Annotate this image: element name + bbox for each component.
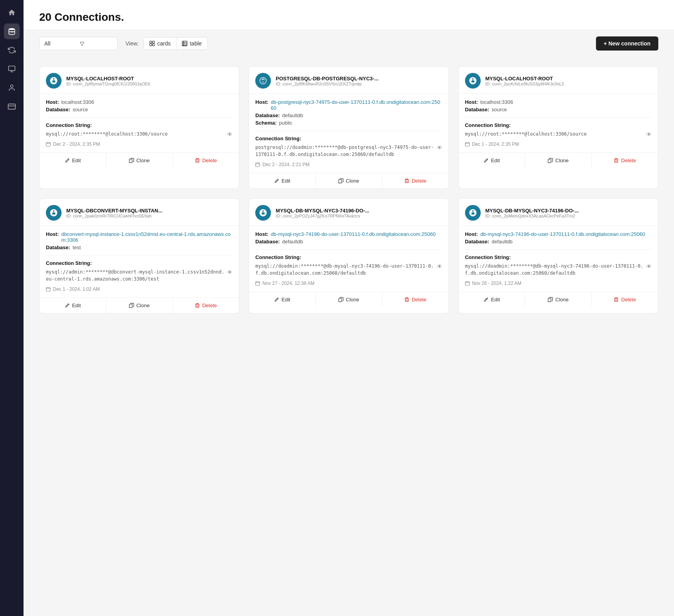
svg-rect-40 [256,282,260,286]
card-id: ID: conn_2pcKrhILe9fuSS3jyitHWJe3oL5 [485,82,652,86]
clone-button[interactable]: Clone [106,298,173,313]
clone-button[interactable]: Clone [525,292,591,307]
page-header: 20 Connections. [24,0,674,30]
database-row: Database: defaultdb [255,112,442,118]
svg-rect-33 [615,159,618,162]
delete-button[interactable]: Delete [382,292,449,307]
edit-button[interactable]: Edit [459,153,525,168]
edit-button[interactable]: Edit [249,292,315,307]
host-row: Host: db-postgresql-nyc3-74975-do-user-1… [255,99,442,111]
card-date: Dec 2 - 2024, 2:21 PM [255,162,442,167]
clone-icon [338,178,343,183]
edit-button[interactable]: Edit [249,173,315,188]
database-icon[interactable] [4,24,20,39]
database-label: Database: [465,107,489,112]
monitor-icon[interactable] [4,61,20,77]
table-view-button[interactable]: table [176,38,207,49]
svg-rect-44 [339,298,342,302]
toggle-visibility-icon[interactable]: 👁 [437,145,442,151]
clone-button[interactable]: Clone [106,153,173,168]
edit-button[interactable]: Edit [459,292,525,307]
conn-string-text: postgresql://doadmin:********@db-postgre… [255,144,434,158]
toggle-visibility-icon[interactable]: 👁 [646,131,652,138]
card-title-group: MYSQL-DB-MYSQL-NYC3-74196-DO-... ID: con… [276,208,442,218]
card-title-group: MYSQL-DBCONVERT-MYSQL-INSTAN... ID: conn… [66,208,233,218]
database-label: Database: [46,107,70,112]
conn-string-text: mysql://root:********@localhost:3306/sou… [465,130,644,138]
home-icon[interactable] [4,5,20,20]
cards-view-button[interactable]: cards [144,38,176,49]
host-value: dbconvert-mysql-instance-1.cssv1n52dnnd.… [61,231,233,243]
conn-string-label: Connection String: [255,254,442,260]
card-header: MYSQL-DB-MYSQL-NYC3-74196-DO-... ID: con… [249,199,448,226]
database-value: source [492,107,507,112]
new-connection-button[interactable]: + New connection [596,36,658,51]
card-header: POSTGRESQL-DB-POSTGRESQL-NYC3-... ID: co… [249,67,448,94]
edit-button[interactable]: Edit [40,298,106,313]
user-icon[interactable] [4,80,20,96]
card-name: POSTGRESQL-DB-POSTGRESQL-NYC3-... [276,76,442,82]
card-icon[interactable] [4,99,20,114]
card-header: MYSQL-DBCONVERT-MYSQL-INSTAN... ID: conn… [40,199,239,226]
svg-rect-22 [256,163,260,167]
card-footer: Edit Clone Delete [249,292,448,307]
delete-button[interactable]: Delete [591,292,658,307]
schema-row: Schema: public [255,120,442,126]
delete-button[interactable]: Delete [591,153,658,168]
toggle-visibility-icon[interactable]: 👁 [646,263,652,270]
delete-button[interactable]: Delete [382,173,449,188]
calendar-icon [255,162,260,167]
calendar-icon [465,142,470,147]
toggle-visibility-icon[interactable]: 👁 [227,269,233,275]
calendar-icon [465,281,470,286]
page-title: 20 Connections. [39,11,658,24]
edit-icon [65,303,70,308]
clone-button[interactable]: Clone [315,173,382,188]
card-body: Host: localhost:3306 Database: source Co… [459,94,658,152]
card-name: MYSQL-DBCONVERT-MYSQL-INSTAN... [66,208,233,214]
divider [255,130,442,131]
card-footer: Edit Clone Delete [249,173,448,188]
delete-button[interactable]: Delete [173,298,239,313]
card-name: MYSQL-LOCALHOST-ROOT [66,76,233,82]
svg-point-2 [11,85,13,88]
delete-icon [404,297,409,302]
filter-dropdown[interactable]: All ▽ [39,37,118,50]
toggle-visibility-icon[interactable]: 👁 [437,263,442,270]
delete-icon [614,158,619,163]
card-id: ID: conn_2pak0zmRr7IRCUCwkhFhcr0E9ah [66,214,233,218]
card-body: Host: db-mysql-nyc3-74196-do-user-137011… [459,226,658,292]
card-id: ID: conn_2pMemQdoxX3ALasACkcPeFa3Tm2 [485,214,652,218]
cards-label: cards [157,40,171,47]
svg-rect-45 [405,298,408,301]
host-row: Host: localhost:3306 [46,99,233,105]
toggle-visibility-icon[interactable]: 👁 [227,131,233,138]
card-header: MYSQL-LOCALHOST-ROOT ID: conn_2pf9ymwTI2… [40,67,239,94]
delete-icon [614,297,619,302]
svg-rect-32 [548,159,551,163]
database-row: Database: source [46,107,233,112]
clone-button[interactable]: Clone [315,292,382,307]
delete-button[interactable]: Delete [173,153,239,168]
conn-string-row: mysql://doadmin:********@db-mysql-nyc3-7… [255,263,442,277]
schema-label: Schema: [255,120,276,126]
database-label: Database: [255,239,280,245]
clone-icon [548,158,553,163]
svg-point-0 [9,28,15,30]
clone-button[interactable]: Clone [525,153,591,168]
svg-rect-27 [405,179,408,183]
edit-icon [483,158,489,163]
svg-rect-39 [196,304,199,307]
clone-icon [129,158,134,163]
database-label: Database: [46,245,70,250]
edit-button[interactable]: Edit [40,153,106,168]
card-footer: Edit Clone Delete [459,152,658,168]
host-label: Host: [46,99,59,105]
refresh-icon[interactable] [4,42,20,58]
sidebar [0,0,24,616]
divider [46,255,233,255]
conn-string-row: mysql://root:********@localhost:3306/sou… [465,130,652,138]
edit-icon [274,297,279,302]
date-value: Nov 27 - 2024, 12:38 AM [262,281,314,286]
database-value: defaultdb [492,239,513,245]
